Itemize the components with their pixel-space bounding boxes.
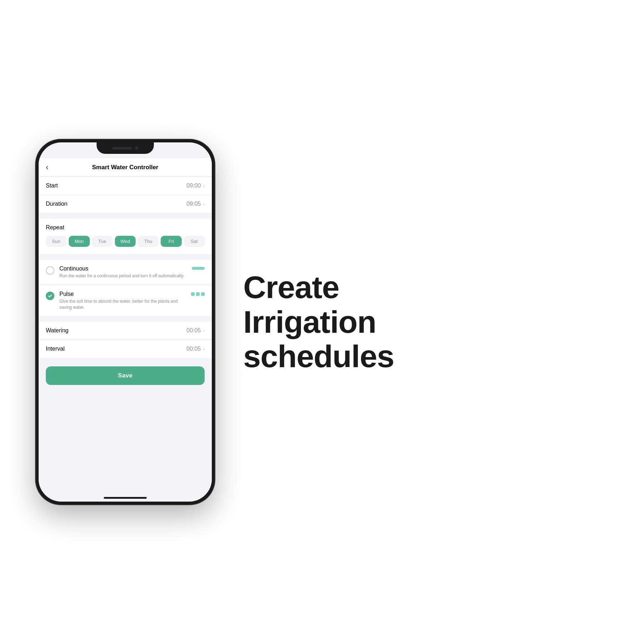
phone-outer: ‹ Smart Water Controller Start 09:00 › [36, 140, 215, 504]
duration-label: Duration [46, 201, 67, 207]
back-button[interactable]: ‹ [46, 163, 48, 172]
continuous-title: Continuous [59, 265, 187, 272]
day-pill-tue[interactable]: Tue [92, 236, 113, 247]
start-duration-section: Start 09:00 › Duration 09:05 › [39, 177, 212, 213]
duration-right: 09:05 › [186, 201, 205, 207]
day-pill-sun[interactable]: Sun [46, 236, 67, 247]
day-pill-sat[interactable]: Sat [184, 236, 205, 247]
start-value: 09:00 [186, 182, 201, 189]
watering-interval-section: Watering 00:05 › Interval 00:05 › [39, 322, 212, 358]
watering-row[interactable]: Watering 00:05 › [39, 322, 212, 340]
watering-right: 00:05 › [186, 327, 205, 334]
watering-value: 00:05 [186, 327, 201, 334]
continuous-radio[interactable] [46, 266, 54, 275]
nav-title: Smart Water Controller [46, 164, 205, 171]
pulse-dot-2 [196, 292, 200, 296]
interval-row[interactable]: Interval 00:05 › [39, 340, 212, 358]
interval-label: Interval [46, 346, 64, 352]
duration-value: 09:05 [186, 201, 201, 207]
promo-line2: Irrigation [243, 305, 601, 340]
pulse-text: Pulse Give the soil time to absorb the w… [59, 291, 186, 311]
interval-value: 00:05 [186, 346, 201, 352]
notch-speaker [112, 147, 132, 150]
promo-line1: Create [243, 270, 601, 305]
save-button[interactable]: Save [46, 366, 205, 385]
continuous-bar [192, 267, 205, 270]
pulse-title: Pulse [59, 291, 186, 297]
continuous-desc: Run the water for a continuous period an… [59, 273, 187, 279]
day-pill-mon[interactable]: Mon [69, 236, 89, 247]
interval-right: 00:05 › [186, 346, 205, 352]
start-label: Start [46, 182, 58, 189]
promo-heading: Create Irrigation schedules [243, 270, 601, 374]
pulse-dot-3 [201, 292, 205, 296]
pulse-dot-1 [191, 292, 195, 296]
start-row[interactable]: Start 09:00 › [39, 177, 212, 195]
nav-bar: ‹ Smart Water Controller [39, 158, 212, 177]
pulse-visual [191, 292, 205, 296]
app-content: ‹ Smart Water Controller Start 09:00 › [39, 158, 212, 491]
start-right: 09:00 › [186, 182, 205, 189]
watering-label: Watering [46, 327, 68, 334]
home-indicator [104, 497, 147, 499]
duration-chevron-icon: › [203, 201, 205, 207]
phone-container: ‹ Smart Water Controller Start 09:00 › [36, 140, 215, 504]
duration-row[interactable]: Duration 09:05 › [39, 195, 212, 213]
day-pill-wed[interactable]: Wed [115, 236, 136, 247]
pulse-desc: Give the soil time to absorb the water, … [59, 298, 186, 311]
save-section: Save [39, 358, 212, 394]
pulse-option[interactable]: Pulse Give the soil time to absorb the w… [39, 285, 212, 316]
promo-line3: schedules [243, 339, 601, 374]
pulse-check[interactable] [46, 292, 54, 300]
start-chevron-icon: › [203, 183, 205, 189]
watering-chevron-icon: › [203, 328, 205, 333]
phone-screen: ‹ Smart Water Controller Start 09:00 › [39, 142, 212, 502]
interval-chevron-icon: › [203, 346, 205, 352]
continuous-text: Continuous Run the water for a continuou… [59, 265, 187, 279]
continuous-visual [192, 267, 205, 270]
promo-text-section: Create Irrigation schedules [215, 270, 615, 374]
page-wrapper: ‹ Smart Water Controller Start 09:00 › [0, 140, 644, 504]
options-section: Continuous Run the water for a continuou… [39, 260, 212, 316]
notch-camera [135, 146, 138, 150]
repeat-label: Repeat [46, 224, 205, 231]
checkmark-icon [48, 293, 53, 298]
day-pill-fri[interactable]: Fri [161, 236, 181, 247]
continuous-option[interactable]: Continuous Run the water for a continuou… [39, 260, 212, 285]
days-row: SunMonTueWedThuFriSat [46, 236, 205, 247]
day-pill-thu[interactable]: Thu [138, 236, 158, 247]
repeat-section: Repeat SunMonTueWedThuFriSat [39, 219, 212, 254]
notch [97, 142, 154, 154]
